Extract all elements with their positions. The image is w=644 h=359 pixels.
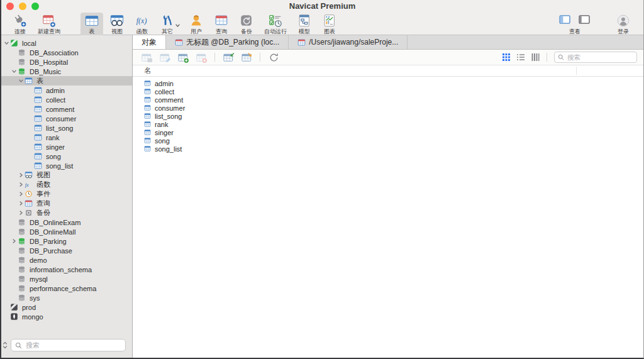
delete-table-button[interactable] — [195, 52, 208, 64]
tree-item-db-hospital[interactable]: DB_Hospital — [1, 57, 132, 67]
tree-item-db-association[interactable]: DB_Association — [1, 48, 132, 57]
functions-button[interactable]: f(x) 函数 — [131, 13, 153, 36]
tree-item-prod[interactable]: prod — [1, 302, 132, 312]
tree-item-sys[interactable]: sys — [1, 293, 132, 302]
tree-item-performance-schema[interactable]: performance_schema — [1, 284, 132, 293]
sidebar-footer — [1, 336, 132, 358]
objects-search-input[interactable] — [566, 53, 633, 62]
new-query-button[interactable]: 新建查询 — [34, 13, 64, 36]
table-row-collect[interactable]: collect — [133, 87, 643, 96]
views-button[interactable]: 视图 — [106, 13, 128, 36]
tree-item-comment[interactable]: comment — [1, 104, 132, 114]
close-window-button[interactable] — [6, 3, 14, 10]
tree-item-views[interactable]: 视图 — [1, 170, 132, 180]
tree-item-queries[interactable]: 查询 — [1, 199, 132, 208]
charts-button[interactable]: 图表 — [318, 13, 341, 36]
chevron-right-icon[interactable] — [18, 172, 25, 178]
chevron-right-icon[interactable] — [18, 201, 25, 206]
login-button[interactable]: 登录 — [612, 13, 635, 36]
minimize-window-button[interactable] — [19, 3, 26, 10]
connection-plug-icon — [13, 13, 28, 28]
queries-button[interactable]: 查询 — [210, 13, 233, 36]
export-wizard-button[interactable] — [240, 52, 253, 64]
automation-button[interactable]: 自动运行 — [260, 13, 291, 36]
model-button[interactable]: 模型 — [293, 13, 316, 36]
tree-item-functions[interactable]: 函数 — [1, 180, 132, 189]
chevron-down-icon[interactable] — [3, 40, 10, 46]
column-divider[interactable] — [576, 67, 577, 75]
others-button[interactable]: 其它 — [156, 13, 179, 36]
chevron-right-icon[interactable] — [11, 238, 18, 244]
tree-item-collect[interactable]: collect — [1, 95, 132, 104]
sidebar-search-input[interactable] — [25, 341, 121, 350]
show-right-panel-button[interactable] — [579, 15, 591, 27]
list-view-button[interactable] — [516, 53, 525, 62]
table-row-comment[interactable]: comment — [133, 96, 643, 104]
users-button[interactable]: 用户 — [185, 13, 208, 36]
refresh-button[interactable] — [267, 52, 280, 64]
tree-item-events[interactable]: 事件 — [1, 189, 132, 199]
open-table-button[interactable] — [140, 52, 153, 64]
database-icon — [18, 265, 28, 273]
column-header-name[interactable]: 名 — [144, 66, 151, 75]
tree-item-list-song[interactable]: list_song — [1, 123, 132, 133]
tree-item-db-music[interactable]: DB_Music — [1, 67, 132, 76]
tree-item-backup[interactable]: 备份 — [1, 208, 132, 218]
backup-icon — [25, 209, 35, 217]
tab-untitled-query-db-parking[interactable]: 无标题 @DB_Parking (loc... — [166, 35, 289, 49]
chevron-right-icon[interactable] — [18, 191, 25, 197]
query-tab-icon — [175, 38, 183, 47]
new-table-button[interactable] — [177, 52, 189, 64]
toolbar-label: 查看 — [569, 29, 580, 35]
chevron-down-icon[interactable] — [11, 69, 18, 74]
tree-item-label: mysql — [30, 275, 48, 283]
chevron-right-icon[interactable] — [18, 210, 25, 216]
tree-item-db-onlineexam[interactable]: DB_OnlineExam — [1, 218, 132, 227]
tree-item-label: DB_Association — [30, 49, 79, 57]
tree-item-song[interactable]: song — [1, 152, 132, 161]
user-icon — [189, 13, 204, 28]
tree-item-mongo[interactable]: mongo — [1, 312, 132, 321]
design-table-button[interactable] — [158, 52, 171, 64]
tree-item-song-list[interactable]: song_list — [1, 161, 132, 170]
sidebar-search[interactable] — [11, 339, 126, 351]
import-wizard-button[interactable] — [222, 52, 235, 64]
detail-view-button[interactable] — [531, 53, 540, 62]
tree-item-db-purchase[interactable]: DB_Purchase — [1, 246, 132, 255]
table-row-singer[interactable]: singer — [133, 128, 643, 136]
grid-view-button[interactable] — [502, 53, 511, 62]
tree-item-tables[interactable]: 表 — [1, 76, 132, 86]
table-row-consumer[interactable]: consumer — [133, 104, 643, 112]
table-row-rank[interactable]: rank — [133, 120, 643, 128]
tree-item-mysql[interactable]: mysql — [1, 274, 132, 284]
model-icon — [297, 13, 312, 28]
window-body: local DB_Association DB_Hospital DB_Musi… — [1, 35, 643, 358]
connections-button[interactable]: 连接 — [9, 13, 31, 36]
tree-item-db-parking[interactable]: DB_Parking — [1, 236, 132, 246]
tree-item-local[interactable]: local — [1, 38, 132, 48]
tree-item-consumer[interactable]: consumer — [1, 114, 132, 123]
sidebar-resize-toggle[interactable] — [3, 341, 9, 349]
objects-search[interactable] — [554, 52, 637, 63]
table-row-list-song[interactable]: list_song — [133, 112, 643, 120]
table-row-song-list[interactable]: song_list — [133, 145, 643, 153]
tab-sale-project-file[interactable]: /Users/jiawang/saleProje... — [289, 35, 408, 49]
backup-button[interactable]: 备份 — [235, 13, 258, 36]
table-name: admin — [155, 80, 174, 87]
zoom-window-button[interactable] — [31, 3, 39, 10]
table-row-admin[interactable]: admin — [133, 79, 643, 87]
tree-item-demo[interactable]: demo — [1, 255, 132, 265]
tree-item-information-schema[interactable]: information_schema — [1, 265, 132, 274]
tree-item-rank[interactable]: rank — [1, 133, 132, 142]
chevron-down-icon[interactable] — [18, 78, 25, 84]
show-left-panel-button[interactable] — [559, 15, 571, 27]
tab-bar-filler — [408, 35, 643, 49]
tables-button[interactable]: 表 — [80, 13, 103, 36]
tab-objects[interactable]: 对象 — [133, 35, 166, 49]
tree-item-db-onlinemall[interactable]: DB_OnlineMall — [1, 227, 132, 236]
chevron-right-icon[interactable] — [18, 182, 25, 187]
table-row-song[interactable]: song — [133, 136, 643, 145]
backup-icon — [239, 13, 254, 28]
tree-item-admin[interactable]: admin — [1, 86, 132, 95]
tree-item-singer[interactable]: singer — [1, 142, 132, 152]
